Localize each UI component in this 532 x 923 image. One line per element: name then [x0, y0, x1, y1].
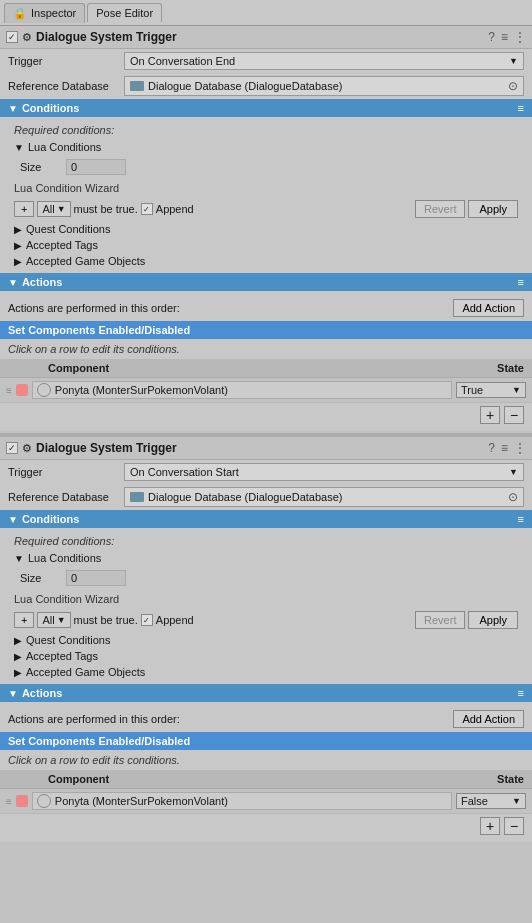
panel1-checkbox[interactable]: ✓	[6, 31, 18, 43]
panel2-actions-chevron: ≡	[518, 687, 524, 699]
panel2-ponyta-name: Ponyta (MonterSurPokemonVolant)	[55, 795, 228, 807]
tab-pose-editor-label: Pose Editor	[96, 7, 153, 19]
panel2-trigger-value[interactable]: On Conversation Start ▼	[124, 463, 524, 481]
panel1-trigger-label: Trigger	[8, 55, 118, 67]
panel1-all-dropdown[interactable]: All ▼	[37, 201, 70, 217]
panel2-col-state: State	[444, 773, 524, 785]
panel2-checkbox[interactable]: ✓	[6, 442, 18, 454]
panel1-plus-row-button[interactable]: +	[480, 406, 500, 424]
panel1-refdb-row: Reference Database Dialogue Database (Di…	[0, 73, 532, 99]
panel2-tags-toggle[interactable]: ▶ Accepted Tags	[0, 648, 532, 664]
panel1-wizard-row: Lua Condition Wizard	[0, 179, 532, 197]
panel2-header-icons: ? ≡ ⋮	[488, 441, 526, 455]
panel2-conditions-label: Conditions	[22, 513, 79, 525]
panel1-row-drag-handle[interactable]: ≡	[6, 385, 12, 396]
panel1-title: Dialogue System Trigger	[36, 30, 177, 44]
panel1-append-label: Append	[156, 203, 194, 215]
panel1-table-row[interactable]: ≡ Ponyta (MonterSurPokemonVolant) True ▼	[0, 378, 532, 403]
panel2-apply-button[interactable]: Apply	[468, 611, 518, 629]
panel1-trigger-value[interactable]: On Conversation End ▼	[124, 52, 524, 70]
panel1-state-value: True	[461, 384, 483, 396]
panel2-gameobj-toggle[interactable]: ▶ Accepted Game Objects	[0, 664, 532, 680]
panel2-refdb-value[interactable]: Dialogue Database (DialogueDatabase) ⊙	[124, 487, 524, 507]
panel2-header: ✓ ⚙ Dialogue System Trigger ? ≡ ⋮	[0, 437, 532, 460]
panel2-actions-header[interactable]: ▼ Actions ≡	[0, 684, 532, 702]
panel2-lua-label: Lua Conditions	[28, 552, 101, 564]
panel2-plus-button[interactable]: +	[14, 612, 34, 628]
panel1-more-icon[interactable]: ⋮	[514, 30, 526, 44]
panel2-set-components-item[interactable]: Set Components Enabled/Disabled	[0, 732, 532, 750]
panel2-refdb-label: Reference Database	[8, 491, 118, 503]
panel1-minus-row-button[interactable]: −	[504, 406, 524, 424]
panel2-db-icon	[130, 492, 144, 502]
panel1-row-name: Ponyta (MonterSurPokemonVolant)	[32, 381, 452, 399]
panel1-quest-toggle[interactable]: ▶ Quest Conditions	[0, 221, 532, 237]
panel2-conditions-header[interactable]: ▼ Conditions ≡	[0, 510, 532, 528]
panel2-row-drag-handle[interactable]: ≡	[6, 796, 12, 807]
panel1-tags-toggle[interactable]: ▶ Accepted Tags	[0, 237, 532, 253]
panel1-plus-button[interactable]: +	[14, 201, 34, 217]
panel2-plus-row-button[interactable]: +	[480, 817, 500, 835]
panel2-wizard-controls: + All ▼ must be true. ✓ Append Revert Ap…	[0, 608, 532, 632]
panel2-lua-toggle[interactable]: ▼ Lua Conditions	[0, 550, 532, 566]
panel1-help-icon[interactable]: ?	[488, 30, 495, 44]
panel2-lua-arrow: ▼	[14, 553, 24, 564]
lock-icon: 🔒	[13, 7, 27, 20]
panel2-all-dropdown[interactable]: All ▼	[37, 612, 70, 628]
panel1-click-edit: Click on a row to edit its conditions.	[0, 339, 532, 359]
panel1-set-components-item[interactable]: Set Components Enabled/Disabled	[0, 321, 532, 339]
panel2-tags-label: Accepted Tags	[26, 650, 98, 662]
panel1-trigger-row: Trigger On Conversation End ▼	[0, 49, 532, 73]
panel1-actions-arrow: ▼	[8, 277, 18, 288]
panel1-gameobj-arrow: ▶	[14, 256, 22, 267]
panel1-lua-toggle[interactable]: ▼ Lua Conditions	[0, 139, 532, 155]
panel2-append-checkbox[interactable]: ✓	[141, 614, 153, 626]
panel1-gameobj-toggle[interactable]: ▶ Accepted Game Objects	[0, 253, 532, 269]
panel2-state-chevron: ▼	[512, 796, 521, 806]
panel2-row-circle-icon	[37, 794, 51, 808]
panel1-state-dropdown[interactable]: True ▼	[456, 382, 526, 398]
tab-pose-editor[interactable]: Pose Editor	[87, 3, 162, 22]
panel2-quest-toggle[interactable]: ▶ Quest Conditions	[0, 632, 532, 648]
panel2-row-component-icon	[16, 795, 28, 807]
panel1-refdb-dot-icon[interactable]: ⊙	[508, 79, 518, 93]
panel2-lua-content: Size 0	[0, 566, 532, 590]
panel2-revert-button[interactable]: Revert	[415, 611, 465, 629]
panel2-add-action-button[interactable]: Add Action	[453, 710, 524, 728]
panel1-add-action-button[interactable]: Add Action	[453, 299, 524, 317]
panel2-more-icon[interactable]: ⋮	[514, 441, 526, 455]
tab-inspector[interactable]: 🔒 Inspector	[4, 3, 85, 23]
panel2-required-label: Required conditions:	[0, 532, 532, 550]
panel2-state-dropdown[interactable]: False ▼	[456, 793, 526, 809]
panel1-size-value: 0	[66, 159, 126, 175]
panel2-actions-order-label: Actions are performed in this order:	[8, 713, 453, 725]
panel1-refdb-value[interactable]: Dialogue Database (DialogueDatabase) ⊙	[124, 76, 524, 96]
panel1-conditions-content: Required conditions: ▼ Lua Conditions Si…	[0, 117, 532, 273]
panel2-append-label: Append	[156, 614, 194, 626]
panel2-table-row[interactable]: ≡ Ponyta (MonterSurPokemonVolant) False …	[0, 789, 532, 814]
panel2-all-chevron: ▼	[57, 615, 66, 625]
panel1-actions-header[interactable]: ▼ Actions ≡	[0, 273, 532, 291]
panel2-settings-icon[interactable]: ≡	[501, 441, 508, 455]
panel2-quest-label: Quest Conditions	[26, 634, 110, 646]
panel2-title: Dialogue System Trigger	[36, 441, 177, 455]
panel1-conditions-header[interactable]: ▼ Conditions ≡	[0, 99, 532, 117]
panel1-settings-icon[interactable]: ≡	[501, 30, 508, 44]
panel2: ✓ ⚙ Dialogue System Trigger ? ≡ ⋮ Trigge…	[0, 437, 532, 842]
panel1-set-components-label: Set Components Enabled/Disabled	[8, 324, 190, 336]
panel1-apply-button[interactable]: Apply	[468, 200, 518, 218]
panel2-refdb-dot-icon[interactable]: ⊙	[508, 490, 518, 504]
panel2-minus-row-button[interactable]: −	[504, 817, 524, 835]
panel2-gear-icon: ⚙	[22, 442, 32, 455]
panel1-size-label: Size	[20, 161, 60, 173]
panel1-trigger-chevron: ▼	[509, 56, 518, 66]
panel2-help-icon[interactable]: ?	[488, 441, 495, 455]
tab-bar: 🔒 Inspector Pose Editor	[0, 0, 532, 26]
panel1-revert-button[interactable]: Revert	[415, 200, 465, 218]
panel1-actions-order-label: Actions are performed in this order:	[8, 302, 453, 314]
panel2-state-value: False	[461, 795, 488, 807]
panel1-lua-label: Lua Conditions	[28, 141, 101, 153]
panel1-conditions-arrow: ▼	[8, 103, 18, 114]
panel2-gameobj-label: Accepted Game Objects	[26, 666, 145, 678]
panel1-append-checkbox[interactable]: ✓	[141, 203, 153, 215]
